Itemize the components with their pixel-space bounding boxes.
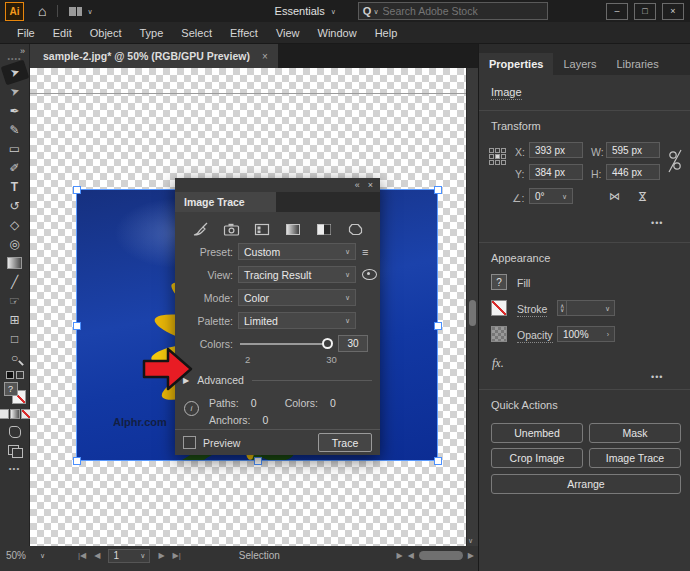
fill-unknown-swatch[interactable]: ? bbox=[4, 382, 18, 396]
first-artboard-icon[interactable]: |◀ bbox=[78, 551, 86, 560]
minimize-button[interactable]: – bbox=[606, 3, 628, 20]
selection-handle[interactable] bbox=[73, 186, 81, 194]
menu-effect[interactable]: Effect bbox=[221, 27, 267, 39]
opacity-label[interactable]: Opacity bbox=[517, 329, 553, 343]
constrain-proportions-icon[interactable] bbox=[667, 148, 683, 174]
colors-slider-handle[interactable] bbox=[322, 338, 333, 349]
x-field[interactable]: 393 px bbox=[529, 142, 583, 158]
tab-layers[interactable]: Layers bbox=[553, 53, 606, 75]
tab-properties[interactable]: Properties bbox=[479, 53, 553, 75]
chevron-down-icon[interactable]: ∨ bbox=[373, 8, 378, 15]
stroke-weight-field[interactable]: ∧∨ ∨ bbox=[557, 300, 615, 316]
type-tool[interactable]: T bbox=[3, 177, 27, 196]
mask-button[interactable]: Mask bbox=[589, 423, 681, 443]
curvature-tool[interactable]: ✎ bbox=[3, 120, 27, 139]
high-color-icon[interactable] bbox=[223, 222, 240, 237]
w-field[interactable]: 595 px bbox=[606, 142, 660, 158]
artboard-tool[interactable]: □ bbox=[3, 329, 27, 348]
stepper-icon[interactable]: ∧∨ bbox=[558, 301, 567, 315]
reference-point-icon[interactable] bbox=[489, 148, 506, 165]
zoom-tool[interactable]: ○ bbox=[3, 348, 27, 367]
scroll-left-icon[interactable]: ◀ bbox=[408, 551, 414, 560]
image-trace-tab[interactable]: Image Trace bbox=[175, 192, 276, 212]
unembed-button[interactable]: Unembed bbox=[491, 423, 583, 443]
close-tab-icon[interactable]: × bbox=[262, 51, 268, 62]
stroke-swatch[interactable] bbox=[491, 300, 507, 316]
image-trace-button[interactable]: Image Trace bbox=[589, 448, 681, 468]
zoom-level-select[interactable]: 50% ∨ bbox=[6, 550, 64, 561]
fill-swatch[interactable]: ? bbox=[491, 274, 507, 290]
horizontal-scrollbar[interactable]: ▶ ◀ ▶ bbox=[397, 551, 474, 560]
h-field[interactable]: 446 px bbox=[606, 164, 660, 180]
outline-icon[interactable] bbox=[347, 222, 364, 237]
angle-field[interactable]: 0° ∨ bbox=[529, 188, 573, 204]
auto-color-icon[interactable] bbox=[192, 222, 209, 237]
advanced-section[interactable]: ▶ Advanced bbox=[175, 374, 380, 386]
menu-window[interactable]: Window bbox=[309, 27, 366, 39]
vertical-scrollbar[interactable]: ∨ bbox=[466, 68, 478, 546]
collapse-panel-icon[interactable]: « bbox=[355, 180, 360, 190]
document-tab[interactable]: sample-2.jpg* @ 50% (RGB/GPU Preview) × bbox=[30, 44, 278, 68]
flip-horizontal-icon[interactable]: ⋈ bbox=[609, 190, 620, 203]
close-button[interactable]: × bbox=[662, 3, 684, 20]
grayscale-icon[interactable] bbox=[285, 222, 302, 237]
eyedropper-tool[interactable]: ╱ bbox=[3, 272, 27, 291]
play-icon[interactable]: ▶ bbox=[397, 551, 403, 560]
paintbrush-tool[interactable]: ✐ bbox=[3, 158, 27, 177]
selection-handle[interactable] bbox=[434, 457, 442, 465]
search-input[interactable] bbox=[381, 4, 543, 18]
tab-libraries[interactable]: Libraries bbox=[606, 53, 668, 75]
chevron-down-icon[interactable]: ∨ bbox=[87, 8, 92, 15]
rotate-tool[interactable]: ↺ bbox=[3, 196, 27, 215]
preset-menu-icon[interactable]: ≡ bbox=[362, 246, 368, 258]
horizontal-scrollbar-thumb[interactable] bbox=[419, 551, 463, 560]
chevron-down-icon[interactable]: ∨ bbox=[562, 193, 567, 200]
scroll-down-icon[interactable]: ∨ bbox=[468, 537, 473, 545]
workspace-switcher[interactable]: Essentials ∨ bbox=[275, 5, 336, 17]
y-field[interactable]: 384 px bbox=[529, 164, 583, 180]
fx-icon[interactable]: fx. bbox=[492, 356, 504, 371]
black-white-icon[interactable] bbox=[316, 222, 333, 237]
selection-handle[interactable] bbox=[73, 322, 81, 330]
preview-checkbox[interactable] bbox=[183, 436, 196, 449]
selection-handle[interactable] bbox=[254, 457, 262, 465]
fill-stroke-indicator[interactable]: ? bbox=[4, 382, 26, 404]
preset-select[interactable]: Custom ∨ bbox=[238, 243, 356, 260]
mode-select[interactable]: Color ∨ bbox=[238, 289, 356, 306]
menu-view[interactable]: View bbox=[267, 27, 309, 39]
opacity-swatch[interactable] bbox=[491, 326, 507, 342]
stroke-label[interactable]: Stroke bbox=[517, 303, 547, 317]
flip-vertical-icon[interactable]: ⋈ bbox=[636, 191, 649, 202]
draw-mode-icon[interactable] bbox=[8, 445, 22, 457]
shape-mode-icon[interactable] bbox=[9, 426, 21, 438]
home-icon[interactable]: ⌂ bbox=[38, 4, 46, 18]
artboard-field[interactable]: 1 ∨ bbox=[108, 549, 150, 563]
opacity-field[interactable]: 100% › bbox=[557, 326, 615, 342]
menu-object[interactable]: Object bbox=[81, 27, 131, 39]
low-color-icon[interactable] bbox=[254, 222, 271, 237]
crop-image-button[interactable]: Crop Image bbox=[491, 448, 583, 468]
selection-handle[interactable] bbox=[73, 457, 81, 465]
rectangle-tool[interactable]: ▭ bbox=[3, 139, 27, 158]
arrange-button[interactable]: Arrange bbox=[491, 474, 681, 494]
gradient-tool[interactable] bbox=[3, 253, 27, 272]
color-mode-icons[interactable] bbox=[0, 409, 31, 419]
prev-artboard-icon[interactable]: ◀ bbox=[94, 551, 100, 560]
swap-fill-stroke-icon[interactable] bbox=[6, 371, 24, 379]
menu-edit[interactable]: Edit bbox=[44, 27, 81, 39]
symbols-tool[interactable]: ⊞ bbox=[3, 310, 27, 329]
more-options-icon[interactable]: ••• bbox=[651, 218, 663, 228]
next-artboard-icon[interactable]: ▶ bbox=[158, 551, 164, 560]
eraser-tool[interactable]: ◇ bbox=[3, 215, 27, 234]
menu-file[interactable]: File bbox=[8, 27, 44, 39]
view-eye-icon[interactable] bbox=[362, 269, 377, 280]
selection-handle[interactable] bbox=[434, 322, 442, 330]
opacity-options-icon[interactable]: › bbox=[607, 331, 609, 338]
vertical-scrollbar-thumb[interactable] bbox=[469, 300, 476, 326]
more-options-icon[interactable]: ••• bbox=[651, 372, 663, 382]
maximize-button[interactable]: □ bbox=[634, 3, 656, 20]
selection-handle[interactable] bbox=[434, 186, 442, 194]
last-artboard-icon[interactable]: ▶| bbox=[173, 551, 181, 560]
chevron-down-icon[interactable]: ∨ bbox=[605, 305, 610, 312]
colors-slider[interactable] bbox=[240, 343, 328, 345]
